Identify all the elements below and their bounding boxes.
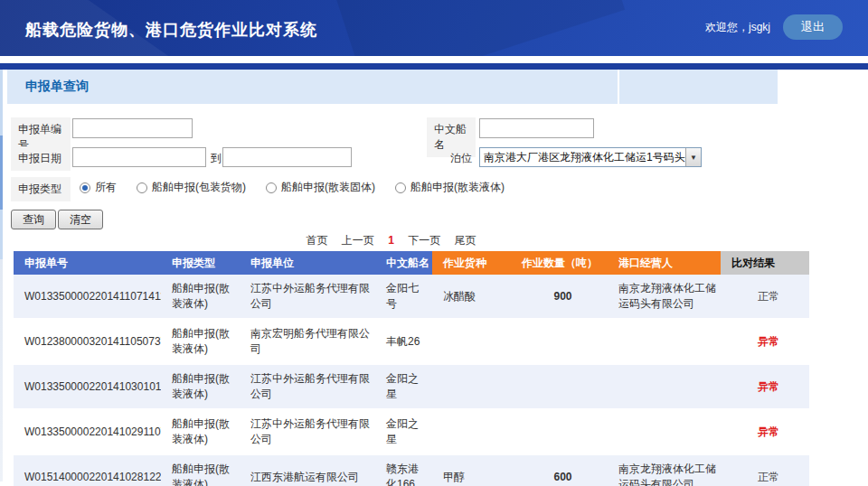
ship-name-input[interactable]: [479, 118, 594, 138]
logout-button[interactable]: 退出: [783, 14, 843, 40]
header-port-operator: 港口经营人: [608, 251, 721, 275]
cell-cargo-type: [432, 409, 511, 454]
query-form: 申报单编号 中文船名 申报日期 到 泊位 南京港大厂港区龙翔液体化工储运1号码头…: [0, 104, 868, 233]
berth-select[interactable]: 南京港大厂港区龙翔液体化工储运1号码头 ▼: [479, 147, 702, 167]
left-edge-strip: [0, 70, 3, 481]
table-row: W013350000220141107141109 船舶申报(散装液体) 江苏中…: [14, 275, 809, 319]
cell-cargo-type: [432, 364, 511, 409]
cell-declaration-type: 船舶申报(散装液体): [161, 409, 240, 454]
chevron-down-icon[interactable]: ▼: [685, 148, 701, 166]
table-row: W015140000220141028122151 船舶申报(散装液体) 江西东…: [14, 454, 809, 486]
cell-declaration-unit: 江西东港航运有限公司: [240, 454, 375, 486]
cell-ship-name: 金阳之星: [375, 409, 432, 454]
app-title: 船载危险货物、港口危货作业比对系统: [25, 19, 317, 41]
table-header-row: 申报单号 申报类型 申报单位 中文船名 作业货种 作业数量（吨） 港口经营人 比…: [14, 251, 809, 275]
query-button[interactable]: 查询: [11, 210, 56, 229]
berth-label: 泊位: [443, 146, 479, 171]
result-badge: 正常: [758, 471, 779, 483]
nav-divider-bar: [0, 63, 868, 70]
cell-compare-result: 异常: [721, 319, 809, 364]
cell-declaration-type: 船舶申报(散装液体): [161, 319, 240, 364]
cell-port-operator: [608, 409, 721, 454]
cell-cargo-qty: [511, 319, 608, 364]
tab-empty: [619, 70, 778, 104]
cell-compare-result: 异常: [721, 409, 809, 454]
cell-cargo-qty: [511, 364, 608, 409]
cell-declaration-no: W013350000220141030101217: [14, 364, 161, 409]
declare-type-radios: 所有 船舶申报(包装货物) 船舶申报(散装固体) 船舶申报(散装液体): [80, 180, 505, 195]
cell-ship-name: 金阳之星: [375, 364, 432, 409]
pagination-prev[interactable]: 上一页: [342, 234, 374, 247]
header-cargo-qty: 作业数量（吨）: [511, 251, 608, 275]
white-gap: [0, 56, 868, 63]
cell-declaration-unit: 江苏中外运船务代理有限公司: [240, 364, 375, 409]
radio-all[interactable]: 所有: [80, 180, 117, 195]
cell-port-operator: [608, 319, 721, 364]
cell-declaration-no: W012380000320141105073753: [14, 319, 161, 364]
banner-right: 欢迎您，jsgkj 退出: [705, 14, 843, 40]
header-compare-result: 比对结果: [721, 251, 809, 275]
cell-compare-result: 正常: [721, 275, 809, 319]
cell-declaration-unit: 南京宏明船务代理有限公司: [240, 319, 375, 364]
page: 船载危险货物、港口危货作业比对系统 欢迎您，jsgkj 退出 申报单查询 申报单…: [0, 0, 868, 486]
cell-port-operator: [608, 364, 721, 409]
cell-compare-result: 异常: [721, 364, 809, 409]
radio-icon[interactable]: [395, 182, 406, 193]
result-badge: 正常: [758, 290, 779, 303]
cell-cargo-qty: 900: [511, 275, 608, 319]
declaration-no-input[interactable]: [72, 118, 193, 138]
cell-declaration-type: 船舶申报(散装液体): [161, 275, 240, 319]
section-title: 申报单查询: [25, 79, 89, 95]
clear-button[interactable]: 清空: [58, 210, 103, 229]
table-row: W013350000220141030101217 船舶申报(散装液体) 江苏中…: [14, 364, 809, 409]
radio-icon[interactable]: [80, 182, 90, 193]
radio-packaged-goods[interactable]: 船舶申报(包装货物): [137, 180, 246, 195]
cell-declaration-type: 船舶申报(散装液体): [161, 364, 240, 409]
radio-label[interactable]: 船舶申报(包装货物): [152, 180, 246, 195]
radio-label[interactable]: 船舶申报(散装固体): [281, 180, 375, 195]
header-declaration-no: 申报单号: [14, 251, 161, 275]
cell-cargo-qty: [511, 409, 608, 454]
cell-port-operator: 南京龙翔液体化工储运码头有限公司: [608, 454, 721, 486]
header-cargo-type: 作业货种: [432, 251, 511, 275]
header-declaration-unit: 申报单位: [240, 251, 375, 275]
cell-declaration-no: W013350000220141029110742: [14, 409, 161, 454]
declare-type-label: 申报类型: [11, 177, 71, 201]
cell-declaration-unit: 江苏中外运船务代理有限公司: [240, 275, 375, 319]
pagination-next[interactable]: 下一页: [408, 234, 440, 247]
cell-declaration-no: W013350000220141107141109: [14, 275, 161, 319]
table-row: W013350000220141029110742 船舶申报(散装液体) 江苏中…: [14, 409, 809, 454]
tab-declaration-query[interactable]: 申报单查询: [7, 70, 618, 104]
cell-cargo-type: 冰醋酸: [432, 275, 511, 319]
pagination-last[interactable]: 尾页: [455, 234, 476, 247]
radio-icon[interactable]: [266, 182, 277, 193]
cell-cargo-type: [432, 319, 511, 364]
cell-compare-result: 正常: [721, 454, 809, 486]
date-to-text: 到: [211, 151, 222, 166]
pagination-current-page: 1: [388, 234, 394, 247]
results-table: 申报单号 申报类型 申报单位 中文船名 作业货种 作业数量（吨） 港口经营人 比…: [14, 251, 809, 486]
radio-label[interactable]: 所有: [95, 180, 117, 195]
cell-port-operator: 南京龙翔液体化工储运码头有限公司: [608, 275, 721, 319]
radio-icon[interactable]: [137, 182, 147, 193]
radio-bulk-liquid[interactable]: 船舶申报(散装液体): [395, 180, 505, 195]
section-tabbar: 申报单查询: [7, 70, 868, 104]
date-from-input[interactable]: [72, 147, 206, 167]
top-banner: 船载危险货物、港口危货作业比对系统 欢迎您，jsgkj 退出: [0, 0, 868, 56]
date-to-input[interactable]: [222, 147, 352, 167]
header-ship-name: 中文船名: [375, 251, 432, 275]
welcome-text: 欢迎您，jsgkj: [705, 20, 770, 35]
radio-label[interactable]: 船舶申报(散装液体): [410, 180, 505, 195]
pagination-first[interactable]: 首页: [306, 234, 327, 247]
declare-date-label: 申报日期: [11, 146, 71, 171]
cell-cargo-type: 甲醇: [432, 454, 511, 486]
cell-ship-name: 赣东港化166: [375, 454, 432, 486]
result-badge: 异常: [758, 425, 779, 438]
cell-declaration-type: 船舶申报(散装液体): [161, 454, 240, 486]
header-declaration-type: 申报类型: [161, 251, 240, 275]
cell-cargo-qty: 600: [511, 454, 608, 486]
radio-bulk-solid[interactable]: 船舶申报(散装固体): [266, 180, 375, 195]
table-row: W012380000320141105073753 船舶申报(散装液体) 南京宏…: [14, 319, 809, 364]
pagination: 首页 上一页 1 下一页 尾页: [0, 233, 868, 251]
cell-declaration-no: W015140000220141028122151: [14, 454, 161, 486]
